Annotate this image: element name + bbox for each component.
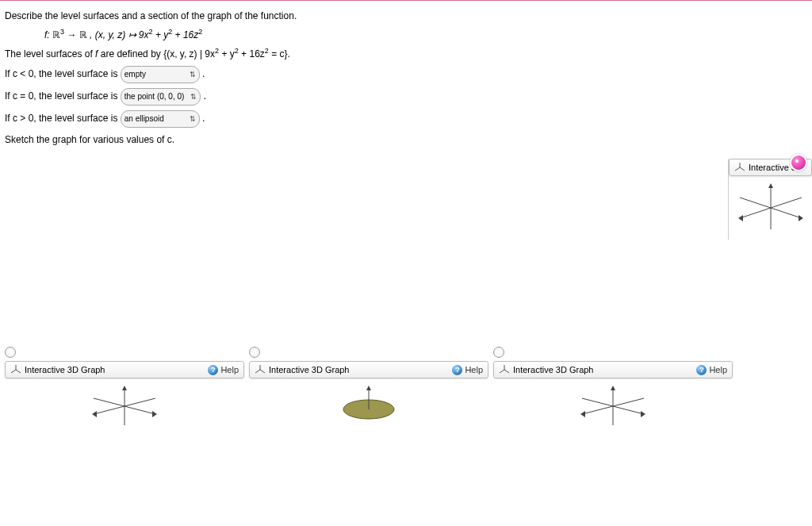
svg-line-31 <box>740 167 745 171</box>
help-icon: ? <box>696 365 707 375</box>
exp-z: 2 <box>198 28 202 36</box>
svg-marker-28 <box>641 411 645 417</box>
ls-d: + 16z <box>241 48 265 60</box>
svg-line-19 <box>504 370 509 373</box>
panel-title-3: Interactive 3D Graph <box>513 365 594 374</box>
axes-3d-icon <box>10 364 21 375</box>
panel-head-2: Interactive 3D Graph ? Help <box>249 361 488 378</box>
graph-panel-1: Interactive 3D Graph ? Help <box>5 361 244 434</box>
svg-line-22 <box>613 406 644 414</box>
graph-right-axes <box>735 180 806 236</box>
svg-line-14 <box>255 370 260 373</box>
c-lt-0-select-value: empty <box>124 70 146 79</box>
real3: ℝ <box>52 29 60 40</box>
svg-line-23 <box>582 406 613 414</box>
svg-line-25 <box>582 398 613 406</box>
svg-marker-17 <box>366 386 371 390</box>
dot2: . <box>204 90 206 102</box>
c-eq-0-select-value: the point (0, 0, 0) <box>124 92 185 101</box>
dot3: . <box>202 113 205 124</box>
svg-line-4 <box>124 406 155 414</box>
svg-line-38 <box>771 198 802 208</box>
exp-x: 2 <box>149 28 153 36</box>
ls-e: = c}. <box>271 48 290 60</box>
dot1: . <box>202 68 205 79</box>
help-button-1[interactable]: ? Help <box>208 365 239 375</box>
case-c-lt-0: If c < 0, the level surface is empty⇅ . <box>5 66 812 83</box>
panel-head-1: Interactive 3D Graph ? Help <box>5 361 244 378</box>
svg-line-20 <box>500 370 504 373</box>
chevron-updown-icon: ⇅ <box>190 112 196 126</box>
right-panel: Interactive 3D <box>728 159 812 240</box>
ls-b: are defined by {(x, y, z) | 9x <box>101 48 215 60</box>
graph-surface-1[interactable] <box>5 378 244 434</box>
ls-s2: 2 <box>235 47 239 55</box>
svg-line-2 <box>11 370 16 373</box>
ls-f: f <box>95 48 98 60</box>
help-icon: ? <box>452 365 462 375</box>
graph-panel-3: Interactive 3D Graph ? Help <box>493 361 733 434</box>
graph-surface-2[interactable] <box>249 378 488 434</box>
graph-empty-axes <box>89 382 160 430</box>
right-surface[interactable] <box>729 176 812 240</box>
svg-line-26 <box>613 398 644 406</box>
c-lt-0-text: If c < 0, the level surface is <box>5 68 121 79</box>
axes-3d-icon <box>499 364 510 375</box>
func-p1: + y <box>155 29 168 40</box>
svg-line-8 <box>124 398 155 406</box>
graph-panel-2: Interactive 3D Graph ? Help <box>249 361 488 434</box>
ls-s3: 2 <box>265 47 269 55</box>
record-icon[interactable] <box>790 154 807 171</box>
svg-line-35 <box>740 208 771 218</box>
axes-3d-icon <box>255 364 266 375</box>
real: ℝ <box>79 29 87 40</box>
radio-option-1[interactable] <box>5 347 16 358</box>
exp-y: 2 <box>168 28 172 36</box>
chevron-updown-icon: ⇅ <box>190 67 196 82</box>
svg-marker-9 <box>122 386 127 390</box>
radio-option-3[interactable] <box>493 347 504 358</box>
svg-marker-29 <box>580 411 585 417</box>
svg-line-32 <box>735 167 740 171</box>
graph-axes-alt <box>577 382 649 430</box>
svg-marker-27 <box>611 386 615 390</box>
graph-surface-3[interactable] <box>493 378 733 434</box>
svg-marker-10 <box>152 411 157 417</box>
question-prompt: Describe the level surfaces and a sectio… <box>5 9 812 23</box>
help-icon: ? <box>208 365 218 375</box>
svg-line-13 <box>260 370 265 373</box>
func-p2: + 16z <box>175 29 199 40</box>
c-lt-0-select[interactable]: empty⇅ <box>121 66 200 83</box>
help-label-1: Help <box>220 365 239 374</box>
help-button-2[interactable]: ? Help <box>452 365 483 375</box>
case-c-gt-0: If c > 0, the level surface is an ellips… <box>5 110 812 128</box>
svg-marker-40 <box>799 215 803 221</box>
panel-title-2: Interactive 3D Graph <box>269 365 350 374</box>
graph-panels: Interactive 3D Graph ? Help <box>5 361 812 434</box>
chevron-updown-icon: ⇅ <box>190 90 197 104</box>
svg-line-37 <box>740 198 771 208</box>
func-f: f: <box>44 29 52 40</box>
svg-line-5 <box>94 406 124 414</box>
svg-marker-41 <box>738 215 743 221</box>
ls-s1: 2 <box>215 47 219 55</box>
sketch-prompt: Sketch the graph for various values of c… <box>5 132 812 147</box>
ls-a: The level surfaces of <box>5 48 95 60</box>
svg-marker-11 <box>92 411 97 417</box>
panel-title-1: Interactive 3D Graph <box>25 365 105 374</box>
c-gt-0-select-value: an ellipsoid <box>124 114 164 123</box>
c-gt-0-text: If c > 0, the level surface is <box>5 113 121 124</box>
svg-line-7 <box>94 398 124 406</box>
help-button-3[interactable]: ? Help <box>696 365 727 375</box>
svg-marker-39 <box>768 183 773 188</box>
c-gt-0-select[interactable]: an ellipsoid⇅ <box>121 110 200 128</box>
svg-line-34 <box>771 208 802 218</box>
func-vars: , (x, y, z) ↦ 9x <box>90 29 148 40</box>
svg-line-1 <box>16 370 21 373</box>
axes-3d-icon <box>734 162 745 173</box>
help-label-3: Help <box>709 365 727 374</box>
real3-exp: 3 <box>60 28 64 36</box>
c-eq-0-select[interactable]: the point (0, 0, 0)⇅ <box>121 88 201 106</box>
radio-option-2[interactable] <box>249 347 260 358</box>
help-label-2: Help <box>465 365 483 374</box>
